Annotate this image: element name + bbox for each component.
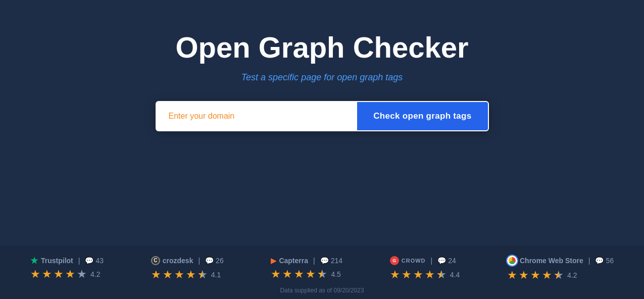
chrome-icon [507, 256, 517, 266]
crozdesk-stars: ★ ★ ★ ★ ★★ 4.1 [151, 268, 221, 281]
subtitle-plain: Test a [241, 72, 268, 82]
crowd-logo: G CROWD [390, 256, 426, 265]
hero-section: Open Graph Checker Test a specific page … [0, 0, 644, 131]
chrome-stars: ★ ★ ★ ★ ★★ 4.2 [507, 269, 577, 282]
chrome-review-count: 💬 56 [595, 257, 614, 265]
chrome-label: Chrome Web Store [520, 257, 583, 265]
capterra-review-count: 💬 214 [320, 257, 342, 265]
ratings-bar: Trustpilot | 💬 43 ★ ★ ★ ★ ★ 4.2 C [0, 245, 644, 299]
half-star: ★★ [197, 268, 208, 281]
capterra-label: Capterra [279, 257, 308, 265]
subtitle-end: page for open graph tags [299, 72, 403, 82]
subtitle: Test a specific page for open graph tags [241, 72, 403, 83]
trustpilot-icon [30, 257, 38, 265]
rating-item-capterra: ▶ Capterra | 💬 214 ★ ★ ★ ★ ★★ 4.5 [271, 257, 342, 281]
trustpilot-logo: Trustpilot [30, 257, 73, 265]
rating-item-crozdesk: C crozdesk | 💬 26 ★ ★ ★ ★ ★★ 4.1 [151, 256, 224, 281]
page-title: Open Graph Checker [175, 30, 468, 64]
half-star: ★★ [436, 268, 447, 281]
crozdesk-review-count: 💬 26 [205, 257, 224, 265]
crowd-label: CROWD [402, 258, 426, 264]
subtitle-highlight: specific [268, 72, 299, 82]
chrome-logo: Chrome Web Store [507, 256, 583, 266]
comment-icon: 💬 [85, 257, 93, 265]
rating-item-crowd: G CROWD | 💬 24 ★ ★ ★ ★ ★★ 4.4 [390, 256, 460, 281]
capterra-icon: ▶ [271, 257, 276, 265]
crowd-review-count: 💬 24 [437, 257, 456, 265]
capterra-stars: ★ ★ ★ ★ ★★ 4.5 [271, 268, 340, 281]
comment-icon: 💬 [595, 257, 604, 265]
crozdesk-label: crozdesk [163, 257, 193, 265]
ratings-row: Trustpilot | 💬 43 ★ ★ ★ ★ ★ 4.2 C [30, 256, 614, 282]
half-star: ★★ [317, 268, 327, 281]
capterra-logo: ▶ Capterra [271, 257, 308, 265]
trustpilot-label: Trustpilot [41, 257, 73, 265]
crozdesk-icon: C [151, 256, 160, 265]
half-star: ★★ [554, 269, 564, 282]
trustpilot-stars: ★ ★ ★ ★ ★ 4.2 [30, 268, 100, 281]
comment-icon: 💬 [437, 257, 446, 265]
trustpilot-review-count: 💬 43 [85, 257, 104, 265]
crowd-stars: ★ ★ ★ ★ ★★ 4.4 [390, 268, 460, 281]
rating-item-chrome: Chrome Web Store | 💬 56 ★ ★ ★ ★ ★★ 4.2 [507, 256, 614, 282]
check-button[interactable]: Check open graph tags [357, 102, 487, 130]
domain-input[interactable] [157, 102, 358, 130]
comment-icon: 💬 [205, 257, 214, 265]
comment-icon: 💬 [320, 257, 329, 265]
data-note: Data supplied as of 09/20/2023 [30, 287, 614, 294]
crozdesk-logo: C crozdesk [151, 256, 193, 265]
rating-item-trustpilot: Trustpilot | 💬 43 ★ ★ ★ ★ ★ 4.2 [30, 257, 104, 281]
crowd-icon: G [390, 256, 399, 265]
search-form: Check open graph tags [156, 101, 489, 131]
